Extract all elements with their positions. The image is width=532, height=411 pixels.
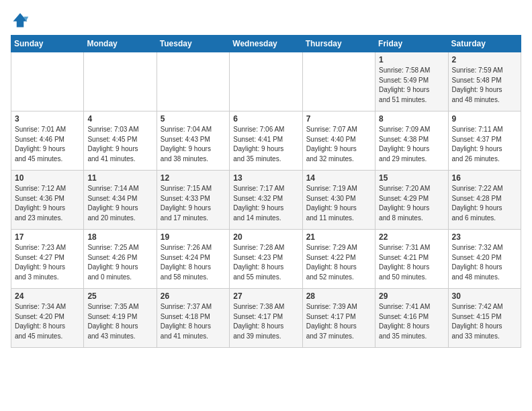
calendar-cell: 3Sunrise: 7:01 AM Sunset: 4:46 PM Daylig… [11,111,84,171]
day-number: 1 [379,55,444,64]
day-number: 27 [233,291,298,301]
day-info: Sunrise: 7:04 AM Sunset: 4:43 PM Dayligh… [161,125,226,164]
calendar-cell: 13Sunrise: 7:17 AM Sunset: 4:32 PM Dayli… [230,171,302,230]
calendar-cell: 7Sunrise: 7:07 AM Sunset: 4:40 PM Daylig… [302,111,375,171]
day-info: Sunrise: 7:28 AM Sunset: 4:23 PM Dayligh… [233,243,298,282]
calendar-cell: 18Sunrise: 7:25 AM Sunset: 4:26 PM Dayli… [84,230,157,289]
calendar-cell: 24Sunrise: 7:34 AM Sunset: 4:20 PM Dayli… [11,289,84,348]
calendar-cell: 2Sunrise: 7:59 AM Sunset: 5:48 PM Daylig… [448,52,521,111]
day-info: Sunrise: 7:31 AM Sunset: 4:21 PM Dayligh… [379,243,444,282]
calendar-cell [157,52,229,111]
calendar-cell: 11Sunrise: 7:14 AM Sunset: 4:34 PM Dayli… [84,171,157,230]
calendar-cell: 30Sunrise: 7:42 AM Sunset: 4:15 PM Dayli… [448,289,521,348]
calendar-cell: 16Sunrise: 7:22 AM Sunset: 4:28 PM Dayli… [448,171,521,230]
calendar-cell: 20Sunrise: 7:28 AM Sunset: 4:23 PM Dayli… [230,230,302,289]
page-header [11,11,521,30]
day-info: Sunrise: 7:39 AM Sunset: 4:17 PM Dayligh… [306,302,371,341]
day-number: 17 [15,232,80,242]
calendar-cell: 23Sunrise: 7:32 AM Sunset: 4:20 PM Dayli… [448,230,521,289]
day-info: Sunrise: 7:07 AM Sunset: 4:40 PM Dayligh… [306,125,371,164]
calendar-cell: 28Sunrise: 7:39 AM Sunset: 4:17 PM Dayli… [302,289,375,348]
calendar-cell: 14Sunrise: 7:19 AM Sunset: 4:30 PM Dayli… [302,171,375,230]
calendar-cell [11,52,84,111]
day-number: 5 [161,114,226,124]
calendar-cell [302,52,375,111]
calendar-cell: 5Sunrise: 7:04 AM Sunset: 4:43 PM Daylig… [157,111,229,171]
logo [11,11,32,30]
week-row-3: 10Sunrise: 7:12 AM Sunset: 4:36 PM Dayli… [11,171,521,230]
calendar-cell: 29Sunrise: 7:41 AM Sunset: 4:16 PM Dayli… [375,289,448,348]
day-number: 8 [379,114,444,124]
day-info: Sunrise: 7:29 AM Sunset: 4:22 PM Dayligh… [306,243,371,282]
calendar-cell: 1Sunrise: 7:58 AM Sunset: 5:49 PM Daylig… [375,52,448,111]
day-number: 28 [306,291,371,301]
day-info: Sunrise: 7:09 AM Sunset: 4:38 PM Dayligh… [379,125,444,164]
weekday-header-monday: Monday [84,36,157,52]
calendar-cell [230,52,302,111]
day-info: Sunrise: 7:34 AM Sunset: 4:20 PM Dayligh… [15,302,80,341]
day-info: Sunrise: 7:41 AM Sunset: 4:16 PM Dayligh… [379,302,444,341]
calendar-table: SundayMondayTuesdayWednesdayThursdayFrid… [11,35,521,348]
day-info: Sunrise: 7:12 AM Sunset: 4:36 PM Dayligh… [15,184,80,223]
calendar-cell: 26Sunrise: 7:37 AM Sunset: 4:18 PM Dayli… [157,289,229,348]
calendar-cell: 22Sunrise: 7:31 AM Sunset: 4:21 PM Dayli… [375,230,448,289]
day-number: 15 [379,173,444,183]
day-info: Sunrise: 7:15 AM Sunset: 4:33 PM Dayligh… [161,184,226,223]
svg-marker-0 [13,13,28,28]
day-number: 23 [452,232,517,242]
day-info: Sunrise: 7:01 AM Sunset: 4:46 PM Dayligh… [15,125,80,164]
day-number: 4 [87,114,152,124]
day-number: 18 [87,232,152,242]
day-number: 25 [87,291,152,301]
day-info: Sunrise: 7:38 AM Sunset: 4:17 PM Dayligh… [233,302,298,341]
day-number: 12 [161,173,226,183]
day-info: Sunrise: 7:06 AM Sunset: 4:41 PM Dayligh… [233,125,298,164]
calendar-cell: 27Sunrise: 7:38 AM Sunset: 4:17 PM Dayli… [230,289,302,348]
day-number: 21 [306,232,371,242]
day-number: 22 [379,232,444,242]
calendar-cell: 15Sunrise: 7:20 AM Sunset: 4:29 PM Dayli… [375,171,448,230]
weekday-header-tuesday: Tuesday [157,36,229,52]
day-number: 11 [87,173,152,183]
day-number: 3 [15,114,80,124]
day-number: 29 [379,291,444,301]
day-info: Sunrise: 7:58 AM Sunset: 5:49 PM Dayligh… [379,66,444,105]
day-number: 19 [161,232,226,242]
day-info: Sunrise: 7:37 AM Sunset: 4:18 PM Dayligh… [161,302,226,341]
day-info: Sunrise: 7:25 AM Sunset: 4:26 PM Dayligh… [87,243,152,282]
logo-icon [11,11,30,30]
day-number: 10 [15,173,80,183]
weekday-header-sunday: Sunday [11,36,84,52]
day-info: Sunrise: 7:22 AM Sunset: 4:28 PM Dayligh… [452,184,517,223]
day-info: Sunrise: 7:17 AM Sunset: 4:32 PM Dayligh… [233,184,298,223]
day-info: Sunrise: 7:59 AM Sunset: 5:48 PM Dayligh… [452,66,517,105]
day-number: 14 [306,173,371,183]
week-row-5: 24Sunrise: 7:34 AM Sunset: 4:20 PM Dayli… [11,289,521,348]
day-number: 6 [233,114,298,124]
week-row-2: 3Sunrise: 7:01 AM Sunset: 4:46 PM Daylig… [11,111,521,171]
day-info: Sunrise: 7:32 AM Sunset: 4:20 PM Dayligh… [452,243,517,282]
day-number: 30 [452,291,517,301]
calendar-cell: 19Sunrise: 7:26 AM Sunset: 4:24 PM Dayli… [157,230,229,289]
day-number: 20 [233,232,298,242]
calendar-cell: 4Sunrise: 7:03 AM Sunset: 4:45 PM Daylig… [84,111,157,171]
calendar-cell: 21Sunrise: 7:29 AM Sunset: 4:22 PM Dayli… [302,230,375,289]
day-number: 24 [15,291,80,301]
calendar-cell: 8Sunrise: 7:09 AM Sunset: 4:38 PM Daylig… [375,111,448,171]
day-info: Sunrise: 7:14 AM Sunset: 4:34 PM Dayligh… [87,184,152,223]
weekday-header-row: SundayMondayTuesdayWednesdayThursdayFrid… [11,36,521,52]
day-number: 2 [452,55,517,64]
day-info: Sunrise: 7:42 AM Sunset: 4:15 PM Dayligh… [452,302,517,341]
day-info: Sunrise: 7:23 AM Sunset: 4:27 PM Dayligh… [15,243,80,282]
week-row-1: 1Sunrise: 7:58 AM Sunset: 5:49 PM Daylig… [11,52,521,111]
day-number: 9 [452,114,517,124]
week-row-4: 17Sunrise: 7:23 AM Sunset: 4:27 PM Dayli… [11,230,521,289]
calendar-cell: 12Sunrise: 7:15 AM Sunset: 4:33 PM Dayli… [157,171,229,230]
day-info: Sunrise: 7:11 AM Sunset: 4:37 PM Dayligh… [452,125,517,164]
weekday-header-saturday: Saturday [448,36,521,52]
calendar-cell: 6Sunrise: 7:06 AM Sunset: 4:41 PM Daylig… [230,111,302,171]
day-info: Sunrise: 7:03 AM Sunset: 4:45 PM Dayligh… [87,125,152,164]
day-number: 26 [161,291,226,301]
day-number: 13 [233,173,298,183]
day-number: 7 [306,114,371,124]
